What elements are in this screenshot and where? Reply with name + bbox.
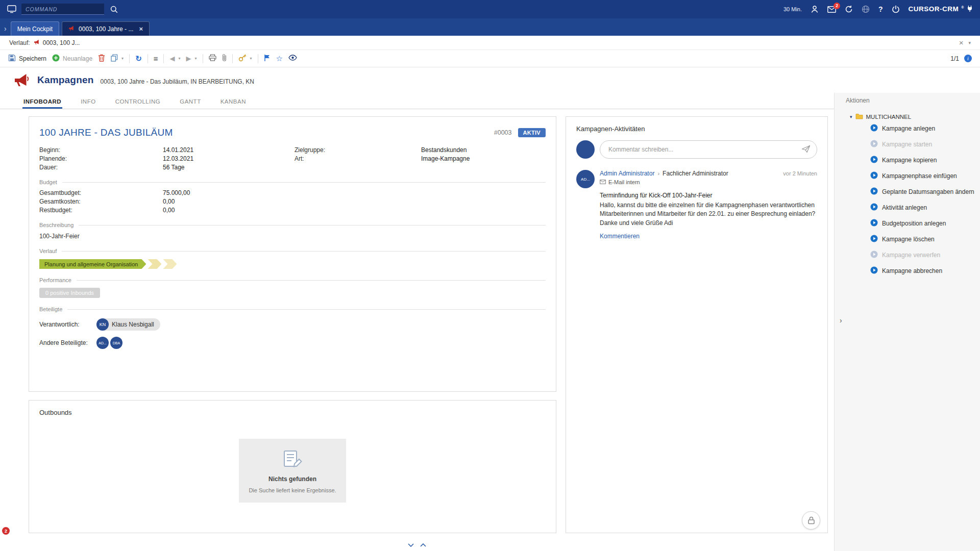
bottom-panel-bar bbox=[0, 539, 834, 551]
close-icon[interactable]: × bbox=[139, 25, 143, 33]
chevron-up-icon[interactable] bbox=[420, 543, 426, 547]
avatar[interactable]: AD... bbox=[96, 337, 109, 349]
play-icon bbox=[870, 235, 878, 244]
previous-record-button[interactable]: ◀ ▾ bbox=[169, 55, 180, 62]
author-link[interactable]: Admin Administrator bbox=[600, 170, 654, 177]
save-icon bbox=[8, 54, 16, 63]
body: INFOBOARD INFO CONTROLLING GANTT KANBAN … bbox=[0, 93, 980, 551]
help-icon[interactable]: ? bbox=[878, 5, 883, 13]
follow-button[interactable] bbox=[264, 54, 271, 63]
lock-button[interactable] bbox=[802, 511, 820, 530]
refresh-button[interactable]: ↻ bbox=[135, 55, 142, 62]
notification-badge[interactable]: 2 bbox=[2, 527, 10, 535]
watch-button[interactable] bbox=[288, 55, 297, 62]
tab-info[interactable]: INFO bbox=[80, 98, 96, 109]
tab-gantt[interactable]: GANTT bbox=[179, 98, 202, 109]
sync-icon[interactable] bbox=[845, 5, 853, 13]
others-row: Andere Beteiligte: AD... DBA bbox=[39, 337, 546, 349]
action-kampagnenphase-einfuegen[interactable]: Kampagnenphase einfügen bbox=[835, 168, 980, 184]
tab-controlling[interactable]: CONTROLLING bbox=[114, 98, 162, 109]
tab-label: Mein Cockpit bbox=[17, 26, 53, 33]
field-label: Dauer: bbox=[39, 164, 163, 171]
activity-subject: Terminfindung für Kick-Off 100-Jahr-Feie… bbox=[600, 192, 817, 199]
phase-upcoming[interactable] bbox=[163, 259, 177, 269]
app-logo-icon bbox=[7, 5, 16, 13]
power-icon[interactable] bbox=[892, 5, 900, 13]
chevron-down-icon[interactable]: ▾ bbox=[250, 56, 252, 61]
action-kampagne-anlegen[interactable]: Kampagne anlegen bbox=[835, 120, 980, 136]
toolbar-separator bbox=[148, 54, 148, 63]
attachment-button[interactable] bbox=[222, 54, 227, 63]
chevron-down-icon[interactable] bbox=[408, 543, 414, 547]
search-icon[interactable] bbox=[110, 6, 118, 13]
clear-history-icon[interactable]: × bbox=[959, 38, 964, 47]
info-icon[interactable] bbox=[964, 55, 972, 62]
mail-count-badge: 2 bbox=[834, 3, 840, 9]
send-icon[interactable] bbox=[801, 145, 811, 153]
page-subtitle: 0003, 100 Jahre - Das Jubiläum, IN BEARB… bbox=[101, 78, 254, 85]
chevron-down-icon[interactable]: ▾ bbox=[178, 56, 180, 61]
toolbar: Speichern Neuanlage ▾ ↻ ≡ ◀ ▾ bbox=[0, 50, 980, 67]
save-button[interactable]: Speichern bbox=[8, 54, 46, 63]
comment-link[interactable]: Kommentieren bbox=[600, 233, 640, 240]
action-aktivitaet-anlegen[interactable]: Aktivität anlegen bbox=[835, 199, 980, 215]
field-value: Image-Kampagne bbox=[421, 155, 546, 162]
action-kampagne-loeschen[interactable]: Kampagne löschen bbox=[835, 231, 980, 247]
phase-current[interactable]: Planung und allgemeine Organisation bbox=[39, 259, 146, 269]
tab-infoboard[interactable]: INFOBOARD bbox=[22, 98, 62, 109]
phase-upcoming[interactable] bbox=[148, 259, 161, 269]
play-icon bbox=[870, 156, 878, 165]
action-kampagne-starten: Kampagne starten bbox=[835, 136, 980, 152]
comment-input[interactable] bbox=[600, 140, 817, 159]
field-label: Restbudget: bbox=[39, 207, 163, 214]
tab-kanban[interactable]: KANBAN bbox=[219, 98, 247, 109]
plug-icon bbox=[967, 5, 973, 13]
tab-mein-cockpit[interactable]: Mein Cockpit bbox=[11, 21, 59, 36]
record-meta: #0003 AKTIV bbox=[494, 128, 546, 137]
brand-logo: CURSOR-CRM® bbox=[909, 5, 973, 13]
group-label: MULTICHANNEL bbox=[866, 114, 912, 120]
empty-title: Nichts gefunden bbox=[268, 475, 316, 483]
user-icon[interactable] bbox=[811, 5, 819, 13]
responsible-label: Verantwortlich: bbox=[39, 321, 96, 328]
menu-button[interactable]: ≡ bbox=[154, 55, 158, 62]
back-icon: ◀ bbox=[169, 55, 175, 62]
avatar[interactable]: DBA bbox=[110, 337, 122, 349]
section-performance: Performance bbox=[39, 277, 546, 283]
caret-down-icon[interactable]: ▾ bbox=[850, 114, 852, 119]
action-kampagne-kopieren[interactable]: Kampagne kopieren bbox=[835, 152, 980, 168]
tab-record-0003[interactable]: 0003, 100 Jahre - ... × bbox=[62, 21, 150, 36]
tab-scroll-icon[interactable]: › bbox=[4, 24, 7, 33]
print-button[interactable] bbox=[209, 54, 216, 63]
infoboard-card-header: 100 JAHRE - DAS JUBILÄUM #0003 AKTIV bbox=[39, 127, 546, 138]
action-kampagne-abbrechen[interactable]: Kampagne abbrechen bbox=[835, 263, 980, 279]
play-icon bbox=[870, 187, 878, 196]
command-input[interactable] bbox=[21, 4, 104, 15]
globe-icon[interactable] bbox=[862, 5, 870, 13]
toolbar-separator bbox=[258, 54, 258, 63]
chevron-down-icon[interactable]: ▾ bbox=[194, 56, 197, 61]
comment-input-wrap bbox=[600, 140, 817, 159]
permissions-button[interactable]: ▾ bbox=[238, 54, 252, 63]
activities-title: Kampagnen-Aktivitäten bbox=[576, 125, 645, 133]
sidebar-collapse-icon[interactable]: › bbox=[840, 316, 842, 324]
avatar: KN bbox=[96, 318, 109, 331]
copy-button[interactable]: ▾ bbox=[111, 54, 124, 63]
chevron-down-icon[interactable]: ▾ bbox=[121, 56, 124, 61]
favorite-star-icon[interactable]: ☆ bbox=[276, 55, 283, 62]
field-value: 56 Tage bbox=[163, 164, 295, 171]
action-budgetposition-anlegen[interactable]: Budgetposition anlegen bbox=[835, 215, 980, 231]
phase-progress-bar: Planung und allgemeine Organisation bbox=[39, 259, 546, 269]
paperclip-icon bbox=[222, 54, 227, 63]
history-item[interactable]: 0003, 100 J... bbox=[34, 39, 80, 46]
responsible-chip[interactable]: KN Klaus Nesbigall bbox=[96, 318, 160, 331]
actions-group-multichannel[interactable]: ▾ MULTICHANNEL bbox=[835, 113, 980, 120]
next-record-button[interactable]: ▶ ▾ bbox=[186, 55, 197, 62]
field-label: Gesamtkosten: bbox=[39, 198, 163, 205]
delete-button[interactable] bbox=[98, 54, 105, 63]
mail-icon[interactable]: 2 bbox=[827, 6, 836, 13]
action-geplante-datumsangaben-aendern[interactable]: Geplante Datumsangaben ändern bbox=[835, 184, 980, 199]
new-record-button[interactable]: Neuanlage bbox=[52, 54, 92, 63]
play-icon bbox=[870, 124, 878, 133]
history-dropdown-icon[interactable]: ▾ bbox=[968, 40, 971, 45]
